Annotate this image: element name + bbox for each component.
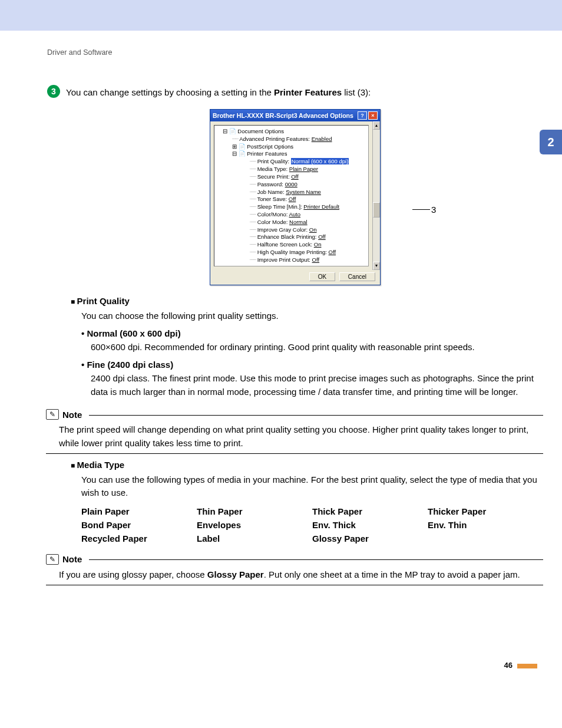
tree-feature-item[interactable]: ┈┈ Job Name: System Name bbox=[216, 189, 367, 196]
note-body: The print speed will change depending on… bbox=[59, 423, 543, 450]
ok-button[interactable]: OK bbox=[309, 272, 335, 281]
print-quality-section: Print Quality You can choose the followi… bbox=[71, 296, 543, 398]
section-intro: You can use the following types of media… bbox=[81, 473, 543, 499]
close-icon[interactable]: × bbox=[368, 111, 378, 120]
tree-feature-item[interactable]: ┈┈ Improve Gray Color: On bbox=[216, 226, 367, 234]
media-type-item: Thicker Paper bbox=[428, 506, 543, 516]
tree-feature-item[interactable]: ┈┈ Print Quality: Normal (600 x 600 dpi) bbox=[216, 158, 367, 166]
tree-adv-printing[interactable]: ┈┈ Advanced Printing Features: Enabled bbox=[216, 136, 367, 143]
breadcrumb: Driver and Software bbox=[47, 48, 543, 57]
tree-label: PostScript Options bbox=[247, 143, 293, 150]
note-rule bbox=[89, 415, 543, 416]
tree-feature-item[interactable]: ┈┈ Enhance Black Printing: Off bbox=[216, 233, 367, 241]
media-type-item: Thin Paper bbox=[197, 506, 312, 516]
note-2: ✎ Note If you are using glossy paper, ch… bbox=[46, 554, 543, 586]
scroll-track[interactable] bbox=[373, 130, 380, 262]
step-3: 3 You can change settings by choosing a … bbox=[47, 85, 543, 98]
step-text: You can change settings by choosing a se… bbox=[66, 85, 371, 98]
page-number: 46 bbox=[504, 661, 513, 670]
note2-c: . Put only one sheet at a time in the MP… bbox=[264, 569, 520, 579]
tree-feature-item[interactable]: ┈┈ High Quality Image Printing: Off bbox=[216, 249, 367, 256]
option-fine-body: 2400 dpi class. The finest print mode. U… bbox=[91, 372, 543, 398]
step-number-badge: 3 bbox=[47, 85, 60, 98]
dialog-title: Brother HL-XXXX BR-Script3 Advanced Opti… bbox=[213, 112, 356, 119]
scroll-up-icon[interactable]: ▴ bbox=[373, 121, 380, 130]
footer-accent bbox=[517, 664, 537, 668]
dialog-screenshot: Brother HL-XXXX BR-Script3 Advanced Opti… bbox=[47, 109, 543, 285]
note-label: Note bbox=[62, 410, 82, 420]
media-type-item: Label bbox=[197, 533, 312, 543]
page-content: Driver and Software 3 You can change set… bbox=[0, 31, 562, 585]
note-icon: ✎ bbox=[46, 409, 59, 420]
note2-b: Glossy Paper bbox=[207, 569, 264, 579]
section-heading: Print Quality bbox=[71, 296, 543, 306]
callout-line bbox=[412, 209, 430, 210]
header-bar bbox=[0, 0, 562, 31]
media-type-item: Envelopes bbox=[197, 520, 312, 530]
callout-number: 3 bbox=[431, 205, 436, 215]
options-tree[interactable]: ⊟ 📄 Document Options ┈┈ Advanced Printin… bbox=[214, 125, 369, 266]
media-type-grid: Plain PaperThin PaperThick PaperThicker … bbox=[81, 506, 543, 543]
tree-feature-item[interactable]: ┈┈ Improve Print Output: Off bbox=[216, 256, 367, 264]
tree-printer-features[interactable]: ⊟ 📄 Printer Features bbox=[216, 150, 367, 158]
option-normal-body: 600×600 dpi. Recommended for ordinary pr… bbox=[91, 341, 543, 354]
tree-feature-item[interactable]: ┈┈ Toner Save: Off bbox=[216, 196, 367, 203]
media-type-item: Env. Thick bbox=[312, 520, 428, 530]
media-type-section: Media Type You can use the following typ… bbox=[71, 460, 543, 543]
media-type-item: Env. Thin bbox=[428, 520, 543, 530]
note-body: If you are using glossy paper, choose Gl… bbox=[59, 568, 543, 582]
step-text-c: list (3): bbox=[342, 87, 371, 97]
help-icon[interactable]: ? bbox=[358, 111, 367, 120]
note2-a: If you are using glossy paper, choose bbox=[59, 569, 207, 579]
scroll-down-icon[interactable]: ▾ bbox=[373, 262, 380, 270]
page-footer: 46 bbox=[0, 590, 562, 687]
tree-label: Advanced Printing Features: bbox=[239, 136, 310, 142]
tree-feature-item[interactable]: ┈┈ Halftone Screen Lock: On bbox=[216, 241, 367, 249]
step-text-bold: Printer Features bbox=[274, 87, 342, 97]
tree-feature-item[interactable]: ┈┈ Secure Print: Off bbox=[216, 173, 367, 181]
tree-feature-item[interactable]: ┈┈ Password: 0000 bbox=[216, 181, 367, 189]
tree-feature-item[interactable]: ┈┈ Color/Mono: Auto bbox=[216, 211, 367, 219]
option-normal: Normal (600 x 600 dpi) bbox=[81, 328, 543, 338]
note-rule bbox=[89, 559, 543, 560]
tree-document-options[interactable]: ⊟ 📄 Document Options bbox=[216, 128, 367, 136]
dialog-buttons: OK Cancel bbox=[210, 270, 380, 285]
step-text-a: You can change settings by choosing a se… bbox=[66, 87, 274, 97]
tree-feature-item[interactable]: ┈┈ Color Mode: Normal bbox=[216, 219, 367, 226]
media-type-item: Thick Paper bbox=[312, 506, 428, 516]
note-rule-bottom bbox=[46, 453, 543, 454]
section-intro: You can choose the following print quali… bbox=[81, 309, 543, 322]
advanced-options-dialog: Brother HL-XXXX BR-Script3 Advanced Opti… bbox=[210, 109, 381, 285]
media-type-item: Glossy Paper bbox=[312, 533, 428, 543]
note-icon: ✎ bbox=[46, 554, 59, 565]
note-label: Note bbox=[62, 554, 82, 564]
note-1: ✎ Note The print speed will change depen… bbox=[46, 409, 543, 454]
tree-label: Printer Features bbox=[247, 150, 287, 157]
tree-label: Document Options bbox=[237, 128, 284, 134]
tree-postscript[interactable]: ⊞ 📄 PostScript Options bbox=[216, 143, 367, 151]
option-fine: Fine (2400 dpi class) bbox=[81, 360, 543, 370]
dialog-titlebar: Brother HL-XXXX BR-Script3 Advanced Opti… bbox=[210, 110, 380, 121]
media-type-item: Recycled Paper bbox=[81, 533, 197, 543]
scroll-thumb[interactable] bbox=[373, 202, 380, 218]
section-heading: Media Type bbox=[71, 460, 543, 470]
note-rule-bottom bbox=[46, 585, 543, 585]
tree-feature-item[interactable]: ┈┈ Media Type: Plain Paper bbox=[216, 166, 367, 173]
tree-feature-item[interactable]: ┈┈ Sleep Time [Min.]: Printer Default bbox=[216, 203, 367, 211]
media-type-item: Plain Paper bbox=[81, 506, 197, 516]
scrollbar[interactable]: ▴ ▾ bbox=[372, 121, 380, 270]
tree-value: Enabled bbox=[312, 136, 332, 142]
media-type-item: Bond Paper bbox=[81, 520, 197, 530]
cancel-button[interactable]: Cancel bbox=[339, 272, 375, 281]
